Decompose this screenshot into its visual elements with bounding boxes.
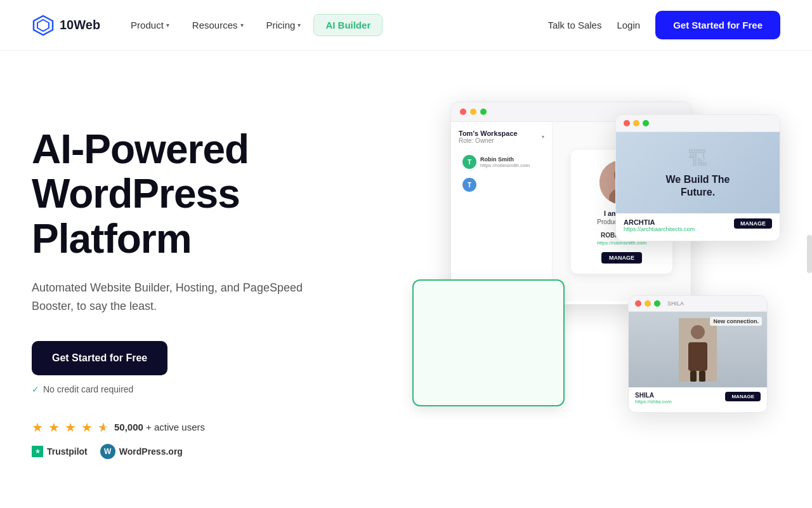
- archtia-manage-button[interactable]: MANAGE: [734, 218, 772, 229]
- hero-left: AI-Powered WordPress Platform Automated …: [32, 89, 387, 459]
- dot-green-3: [654, 300, 660, 307]
- brand-name: 10Web: [60, 18, 100, 32]
- resources-chevron-icon: ▾: [240, 22, 244, 29]
- hero-social-proof: ★ ★ ★ ★ ★★ 50,000 + active users ★ Trust…: [32, 420, 387, 459]
- navbar: 10Web Product ▾ Resources ▾ Pricing ▾ AI…: [0, 0, 812, 51]
- workspace-role: Role: Owner: [459, 137, 518, 144]
- shila-overlay-text: New connection.: [710, 317, 762, 326]
- workspace-title: Tom's Workspace: [459, 130, 518, 137]
- dot-red: [460, 109, 466, 115]
- wordpress-badge: W WordPress.org: [100, 444, 183, 459]
- nav-right: Talk to Sales Login Get Started for Free: [547, 11, 780, 39]
- shila-titlebar: SHILA: [629, 296, 767, 312]
- hero-heading: AI-Powered WordPress Platform: [32, 127, 387, 261]
- dot-red-2: [624, 120, 630, 126]
- pricing-label: Pricing: [266, 20, 296, 30]
- shila-titlebar-text: SHILA: [667, 300, 684, 307]
- dot-yellow: [470, 109, 476, 115]
- trustpilot-logo: ★: [32, 446, 43, 457]
- archtia-titlebar: [616, 115, 780, 132]
- archtia-hero-image: 🏗 We Build The Future.: [616, 132, 780, 213]
- shila-content: New connection. SHILA https://shila.com …: [629, 312, 767, 409]
- resources-label: Resources: [192, 20, 238, 30]
- workspace-chevron-icon: ▾: [542, 134, 544, 140]
- nav-item-ai-builder[interactable]: AI Builder: [313, 14, 383, 36]
- archtia-window: 🏗 We Build The Future. ARCHTIA https://a…: [615, 114, 780, 241]
- nav-item-pricing[interactable]: Pricing ▾: [256, 15, 311, 36]
- archtia-heading: We Build The Future.: [665, 173, 730, 197]
- archtia-heading-line2: Future.: [681, 187, 715, 197]
- svg-point-6: [691, 325, 705, 339]
- hero-cta-button[interactable]: Get Started for Free: [32, 341, 167, 375]
- dot-red-3: [635, 300, 641, 307]
- talk-to-sales-link[interactable]: Talk to Sales: [547, 20, 601, 30]
- dot-green-2: [643, 120, 649, 126]
- archtia-site-url: https://archtiaarchitects.com: [624, 226, 695, 232]
- svg-rect-7: [688, 342, 707, 371]
- dot-yellow-2: [633, 120, 639, 126]
- star-1: ★: [32, 420, 43, 435]
- hero-right: Tom's Workspace Role: Owner ▾ T: [412, 102, 780, 432]
- logo-icon: [32, 14, 55, 37]
- hero-section: AI-Powered WordPress Platform Automated …: [0, 51, 812, 508]
- workspace-site-list: T Robin Smith https://robinsmith.com T: [459, 152, 544, 195]
- workspace-sidebar: Tom's Workspace Role: Owner ▾ T: [451, 122, 553, 301]
- site2-avatar-letter: T: [468, 182, 471, 189]
- placeholder-window: [412, 279, 565, 406]
- stars-row: ★ ★ ★ ★ ★★ 50,000 + active users: [32, 420, 387, 435]
- nav-item-product[interactable]: Product ▾: [121, 15, 180, 36]
- site2-avatar: T: [462, 178, 476, 192]
- hero-subheading: Automated Website Builder, Hosting, and …: [32, 279, 336, 316]
- shila-window: SHILA New connection.: [628, 295, 768, 413]
- trustpilot-star-icon: ★: [32, 446, 43, 457]
- shila-site-name: SHILA: [635, 392, 672, 399]
- trustpilot-label: Trustpilot: [47, 446, 88, 457]
- workspace-site-item-2: T: [459, 175, 544, 195]
- shila-person-image: [679, 318, 717, 382]
- svg-marker-1: [37, 20, 49, 31]
- svg-marker-0: [34, 16, 53, 35]
- dashboard-mockup: Tom's Workspace Role: Owner ▾ T: [412, 102, 780, 419]
- nav-get-started-button[interactable]: Get Started for Free: [655, 11, 780, 39]
- star-5: ★★: [98, 420, 109, 435]
- shila-bottom: SHILA https://shila.com MANAGE: [629, 387, 767, 409]
- badges-row: ★ Trustpilot W WordPress.org: [32, 444, 387, 459]
- nav-links: Product ▾ Resources ▾ Pricing ▾ AI Build…: [121, 14, 547, 36]
- trustpilot-badge: ★ Trustpilot: [32, 446, 88, 457]
- nav-item-resources[interactable]: Resources ▾: [182, 15, 254, 36]
- shila-manage-button[interactable]: MANAGE: [725, 392, 761, 401]
- hero-heading-line1: AI-Powered: [32, 126, 249, 172]
- site1-avatar: T: [462, 155, 476, 169]
- star-4: ★: [81, 420, 93, 435]
- active-users-suffix: + active users: [143, 422, 205, 432]
- ai-builder-label: AI Builder: [325, 20, 370, 30]
- dot-green: [480, 109, 487, 115]
- shila-image-area: New connection.: [629, 312, 767, 387]
- logo-link[interactable]: 10Web: [32, 14, 100, 37]
- product-chevron-icon: ▾: [166, 22, 169, 29]
- star-2: ★: [48, 420, 60, 435]
- profile-manage-button[interactable]: MANAGE: [601, 252, 642, 264]
- archtia-site-name: ARCHTIA: [624, 218, 695, 226]
- site1-name: Robin Smith: [480, 156, 530, 163]
- hero-no-cc: ✓ No credit card required: [32, 384, 387, 394]
- scrollbar[interactable]: [807, 235, 812, 273]
- wordpress-label: WordPress.org: [119, 446, 183, 457]
- no-cc-text: No credit card required: [43, 384, 133, 394]
- svg-rect-9: [699, 371, 705, 382]
- workspace-header: Tom's Workspace Role: Owner ▾: [459, 130, 544, 144]
- active-users-count: 50,000: [114, 422, 143, 432]
- wordpress-icon: W: [100, 444, 115, 459]
- archtia-bottom: ARCHTIA https://archtiaarchitects.com MA…: [616, 213, 780, 237]
- pricing-chevron-icon: ▾: [298, 22, 301, 29]
- site1-url: https://robinsmith.com: [480, 163, 530, 168]
- product-label: Product: [131, 20, 164, 30]
- star-3: ★: [65, 420, 76, 435]
- active-users-text: 50,000 + active users: [114, 422, 205, 432]
- login-link[interactable]: Login: [617, 20, 640, 30]
- workspace-site-item-1: T Robin Smith https://robinsmith.com: [459, 152, 544, 172]
- svg-rect-8: [690, 371, 697, 382]
- site1-info: Robin Smith https://robinsmith.com: [480, 156, 530, 168]
- shila-site-url: https://shila.com: [635, 399, 672, 404]
- site1-avatar-letter: T: [468, 159, 471, 166]
